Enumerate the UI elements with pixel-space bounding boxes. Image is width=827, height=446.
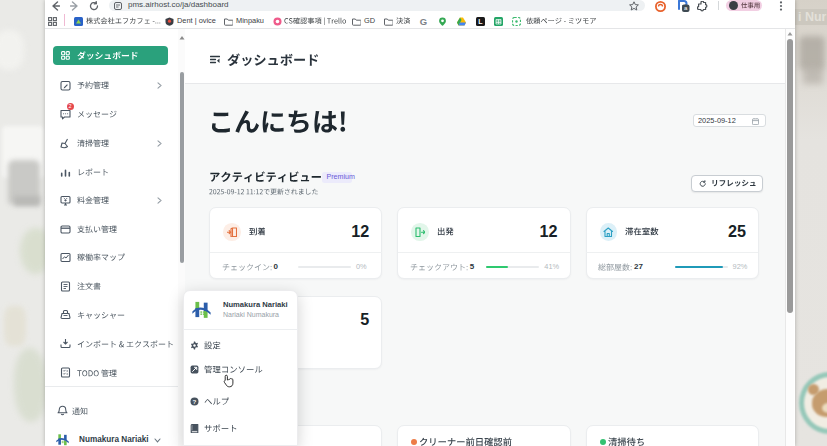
svg-text:G: G <box>420 17 427 26</box>
svg-text:L: L <box>478 18 483 25</box>
svg-text:?: ? <box>193 397 197 404</box>
